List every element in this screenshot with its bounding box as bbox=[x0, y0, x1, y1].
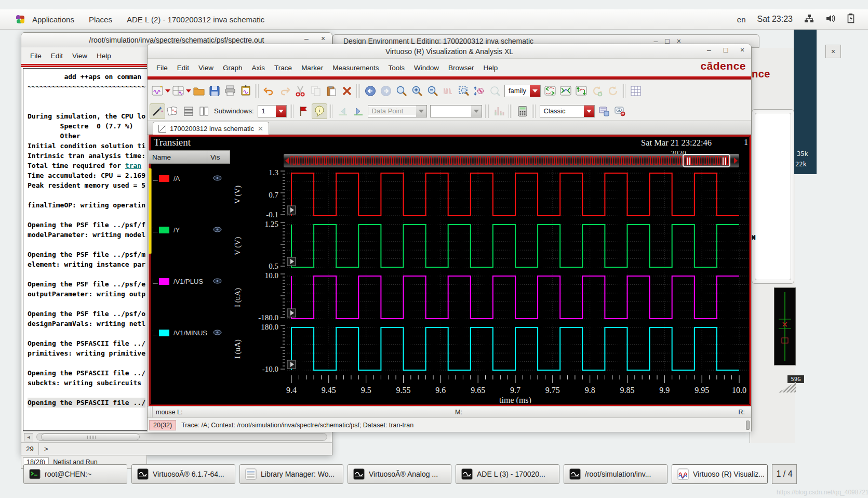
new-window-dropdown-icon[interactable] bbox=[165, 84, 170, 98]
cut-icon[interactable] bbox=[292, 83, 308, 99]
trace-color-swatch[interactable] bbox=[159, 227, 169, 233]
viva-menu-file[interactable]: File bbox=[152, 64, 172, 72]
terminal-close-button[interactable]: × bbox=[318, 34, 328, 43]
label-balloon-icon[interactable]: i bbox=[312, 103, 327, 119]
overview-scroll-handle[interactable] bbox=[683, 154, 730, 167]
trace-color-swatch[interactable] bbox=[159, 330, 169, 336]
name-column-header[interactable]: Name bbox=[149, 153, 207, 161]
taskbar-item-3[interactable]: Library Manager: Wo... bbox=[239, 464, 343, 484]
wizard-icon[interactable] bbox=[150, 103, 165, 119]
visibility-eye-icon[interactable] bbox=[213, 329, 222, 337]
open-icon[interactable] bbox=[191, 83, 207, 99]
battery-icon[interactable] bbox=[847, 14, 854, 25]
export-image-icon[interactable] bbox=[238, 83, 253, 99]
subwindows-combo[interactable]: 1 bbox=[258, 105, 287, 117]
signal-row[interactable]: /A bbox=[153, 173, 230, 184]
overview-scrollbar[interactable] bbox=[284, 154, 739, 167]
viva-menu-trace[interactable]: Trace bbox=[270, 64, 297, 72]
viva-menu-tools[interactable]: Tools bbox=[383, 64, 409, 72]
reload-icon[interactable] bbox=[605, 83, 620, 99]
forward-icon[interactable] bbox=[378, 83, 394, 99]
trace-color-swatch[interactable] bbox=[159, 175, 169, 182]
viva-menu-window[interactable]: Window bbox=[409, 64, 444, 72]
zoom-in-icon[interactable] bbox=[409, 83, 425, 99]
viva-menu-graph[interactable]: Graph bbox=[218, 64, 247, 72]
calculator-icon[interactable] bbox=[515, 103, 530, 119]
style-combo[interactable]: Classic bbox=[540, 105, 595, 117]
viva-menu-axis[interactable]: Axis bbox=[247, 64, 270, 72]
background-close-button[interactable]: × bbox=[825, 45, 841, 58]
copy-icon[interactable] bbox=[308, 83, 324, 99]
viva-menu-measurements[interactable]: Measurements bbox=[328, 64, 383, 72]
scroll-left-button[interactable]: ◄ bbox=[24, 433, 33, 441]
taskbar-item-5[interactable]: ADE L (3) - 170020... bbox=[456, 464, 559, 484]
waveform-graph-area[interactable]: Transient Sat Mar 21 23:22:46 2020 1 Nam… bbox=[149, 135, 751, 406]
terminal-menu-edit[interactable]: Edit bbox=[46, 52, 68, 60]
terminal-menu-view[interactable]: View bbox=[68, 52, 92, 60]
mouse-mode-combo[interactable]: Data Point bbox=[368, 105, 427, 117]
swap-sweep-icon[interactable] bbox=[542, 83, 558, 99]
split-strategy-icon[interactable] bbox=[573, 83, 589, 99]
zoom-out-icon[interactable] bbox=[425, 83, 440, 99]
reload-add-icon[interactable] bbox=[589, 83, 605, 99]
print-icon[interactable] bbox=[222, 83, 238, 99]
redo-icon[interactable] bbox=[277, 83, 292, 99]
signal-row[interactable]: /V1/MINUS bbox=[153, 327, 230, 338]
new-subwindow-dropdown-icon[interactable] bbox=[186, 84, 191, 98]
taskbar-item-7[interactable]: Virtuoso (R) Visualiz... bbox=[672, 464, 768, 484]
undo-icon[interactable] bbox=[261, 83, 277, 99]
hide-traces-icon[interactable] bbox=[612, 103, 627, 119]
next-point-icon[interactable] bbox=[351, 103, 366, 119]
zoom-previous-icon[interactable] bbox=[487, 83, 503, 99]
flag-icon[interactable] bbox=[296, 103, 312, 119]
overlay-strategy-icon[interactable] bbox=[558, 83, 573, 99]
viva-minimize-button[interactable]: – bbox=[704, 46, 714, 54]
new-subwindow-icon[interactable] bbox=[170, 83, 186, 99]
viva-menu-help[interactable]: Help bbox=[478, 64, 502, 72]
waveform-plot[interactable]: 9.49.459.59.559.69.659.79.759.89.859.99.… bbox=[280, 168, 751, 403]
zoom-box-icon[interactable] bbox=[456, 83, 472, 99]
zoom-y-icon[interactable] bbox=[472, 83, 487, 99]
grid-toggle-icon[interactable] bbox=[628, 83, 644, 99]
vis-column-header[interactable]: Vis bbox=[207, 151, 230, 163]
trace-name[interactable]: /V1/MINUS bbox=[173, 329, 207, 337]
viva-menu-view[interactable]: View bbox=[194, 64, 218, 72]
horizontal-split-icon[interactable] bbox=[181, 103, 196, 119]
trace-name[interactable]: /A bbox=[173, 175, 180, 182]
viva-menu-browser[interactable]: Browser bbox=[444, 64, 479, 72]
signal-row[interactable]: /V1/PLUS bbox=[153, 276, 230, 286]
active-window-label[interactable]: ADE L (2) - 1700200312 inva schematic bbox=[119, 15, 272, 24]
workspace-switcher[interactable]: 1 / 4 bbox=[772, 464, 797, 484]
clock[interactable]: Sat 23:23 bbox=[757, 15, 793, 24]
visibility-eye-icon[interactable] bbox=[213, 175, 222, 182]
keyboard-layout-indicator[interactable]: en bbox=[737, 15, 746, 24]
terminal-hscrollbar[interactable]: ◄ bbox=[23, 431, 330, 442]
save-state-icon[interactable] bbox=[596, 103, 612, 119]
vertical-split-icon[interactable] bbox=[196, 103, 212, 119]
volume-icon[interactable] bbox=[825, 14, 836, 24]
taskbar-item-6[interactable]: /root/simulation/inv... bbox=[564, 464, 667, 484]
taskbar-item-2[interactable]: VirtuosoÂ® 6.1.7-64... bbox=[131, 464, 235, 484]
trace-name[interactable]: /V1/PLUS bbox=[173, 278, 203, 285]
viva-menu-edit[interactable]: Edit bbox=[172, 64, 194, 72]
new-window-icon[interactable] bbox=[150, 83, 165, 99]
eye-checker-icon[interactable] bbox=[165, 103, 181, 119]
terminal-menu-help[interactable]: Help bbox=[92, 52, 116, 60]
signal-row[interactable]: /Y bbox=[153, 225, 230, 235]
visibility-eye-icon[interactable] bbox=[213, 226, 222, 234]
histogram-icon[interactable] bbox=[491, 103, 507, 119]
trace-bar-scroll-nub[interactable] bbox=[746, 421, 750, 430]
hscroll-thumb[interactable] bbox=[41, 434, 140, 440]
terminal-prompt[interactable]: > bbox=[39, 445, 48, 453]
save-icon[interactable] bbox=[207, 83, 222, 99]
visibility-eye-icon[interactable] bbox=[213, 278, 222, 285]
viva-maximize-button[interactable]: □ bbox=[721, 46, 730, 54]
graph-tab[interactable]: 1700200312 inva schematic ✕ bbox=[153, 122, 269, 135]
trace-name[interactable]: /Y bbox=[173, 226, 180, 234]
delete-icon[interactable] bbox=[339, 83, 355, 99]
terminal-menu-file[interactable]: File bbox=[25, 52, 46, 60]
paste-icon[interactable] bbox=[324, 83, 339, 99]
signal-list-header[interactable]: Name Vis bbox=[149, 150, 230, 164]
zoom-x-icon[interactable] bbox=[440, 83, 456, 99]
taskbar-item-1[interactable]: root@CHEN:~ bbox=[23, 464, 127, 484]
